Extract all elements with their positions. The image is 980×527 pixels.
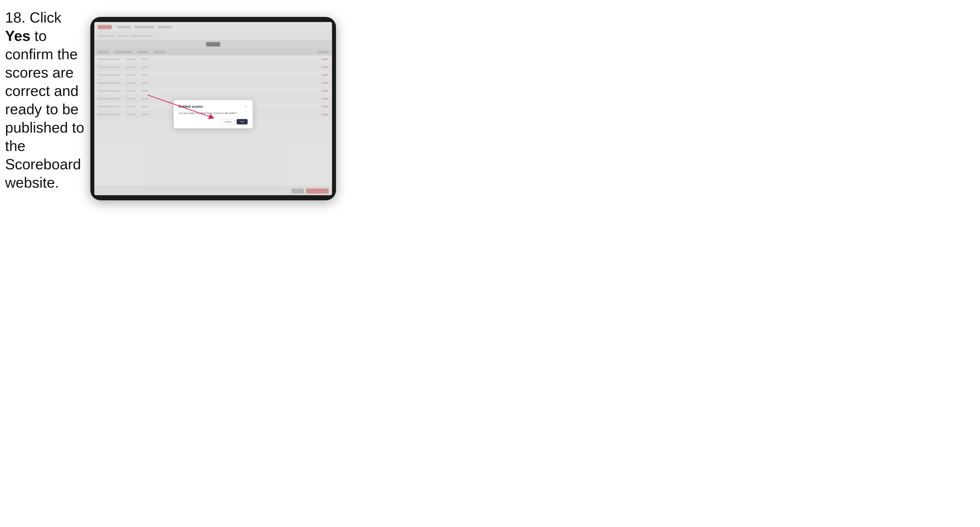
tablet-device: Publish scores × Are you ready to publis… xyxy=(90,17,336,200)
modal-body-text: Are you ready to publish these scores to… xyxy=(179,111,248,115)
modal-overlay: Publish scores × Are you ready to publis… xyxy=(94,22,332,195)
modal-close-button[interactable]: × xyxy=(243,105,248,109)
modal-title: Publish scores xyxy=(179,105,203,109)
modal-header: Publish scores × xyxy=(179,105,248,109)
cancel-button[interactable]: Cancel xyxy=(222,119,235,124)
tablet-screen: Publish scores × Are you ready to publis… xyxy=(94,22,332,195)
instruction-text: 18. Click Yes to confirm the scores are … xyxy=(5,8,87,192)
publish-scores-dialog: Publish scores × Are you ready to publis… xyxy=(173,100,253,129)
tablet-outer: Publish scores × Are you ready to publis… xyxy=(90,17,336,200)
yes-button[interactable]: Yes xyxy=(237,119,248,124)
modal-footer: Cancel Yes xyxy=(179,119,248,124)
